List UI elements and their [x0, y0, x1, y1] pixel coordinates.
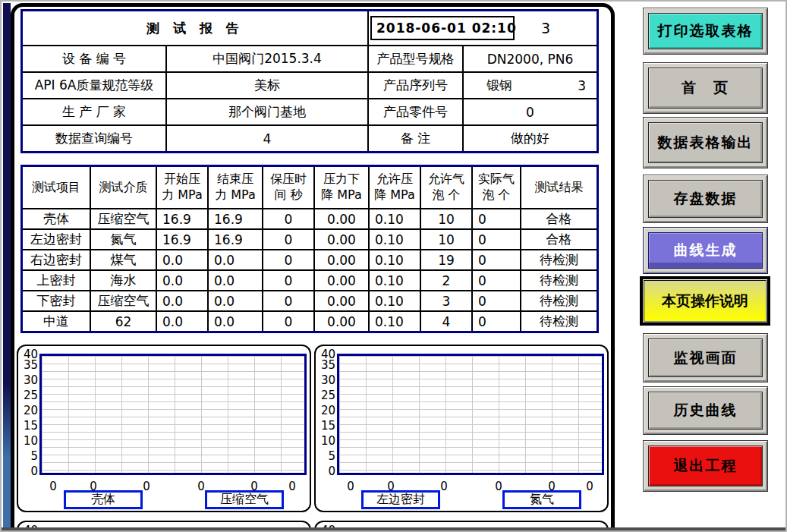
window-left-edge — [3, 3, 11, 532]
table-cell: 0.10 — [368, 310, 420, 331]
table-cell: 0.00 — [313, 310, 368, 331]
column-header: 测试介质 — [90, 167, 156, 208]
column-header: 测试结果 — [520, 167, 597, 208]
column-header: 结束压 力 MPa — [207, 167, 262, 208]
table-cell: 0.00 — [313, 208, 368, 228]
print-select-table-button[interactable]: 打印选取表格 — [643, 8, 768, 55]
field-value: DN2000, PN6 — [462, 45, 597, 71]
column-header: 允许压 降 MPa — [368, 167, 420, 208]
table-cell: 海水 — [90, 269, 156, 290]
column-header: 保压时 间 秒 — [262, 167, 313, 208]
save-data-button[interactable]: 存盘数据 — [643, 175, 768, 223]
field-value: 0 — [462, 98, 597, 124]
monitor-screen-button[interactable]: 监视画面 — [643, 333, 768, 382]
exit-project-button[interactable]: 退出工程 — [643, 440, 768, 492]
table-cell: 待检测 — [520, 310, 597, 331]
table-cell: 62 — [90, 310, 156, 331]
button-label: 存盘数据 — [648, 180, 763, 218]
y-axis-tick: 10 — [316, 436, 335, 447]
table-cell: 上密封 — [23, 269, 90, 290]
table-cell: 16.9 — [156, 228, 207, 249]
table-cell: 10 — [420, 208, 471, 228]
table-cell: 待检测 — [520, 290, 597, 310]
button-label: 历史曲线 — [648, 392, 763, 430]
y-axis-tick: 25 — [18, 390, 38, 401]
table-cell: 0 — [262, 290, 313, 310]
y-axis-tick: 35 — [316, 360, 335, 371]
field-value: 中国阀门2015.3.4 — [165, 45, 367, 71]
curve-generate-button[interactable]: 曲线生成 — [643, 227, 768, 274]
report-count: 3 — [515, 20, 597, 36]
y-axis-tick: 10 — [18, 436, 38, 447]
header-datetime-cell: 2018-06-01 02:10 3 — [367, 11, 597, 45]
y-axis-tick: 30 — [18, 375, 38, 386]
button-label: 数据表格输出 — [648, 122, 763, 163]
table-cell: 中道 — [23, 310, 90, 331]
table-cell: 0.0 — [156, 269, 207, 290]
field-value: 4 — [165, 124, 367, 151]
x-axis-tick: 0 — [46, 480, 60, 493]
table-cell: 3 — [420, 290, 471, 310]
button-label: 退出工程 — [648, 445, 763, 486]
column-header: 开始压 力 MPa — [156, 167, 207, 208]
table-cell: 16.9 — [156, 208, 207, 228]
page-help-button[interactable]: 本页操作说明 — [640, 276, 770, 326]
table-cell: 右边密封 — [23, 249, 90, 269]
table-cell: 0.0 — [156, 249, 207, 269]
table-cell: 煤气 — [90, 249, 156, 269]
plot-area — [39, 354, 307, 475]
field-value-extra: 3 — [578, 78, 586, 93]
history-curve-button[interactable]: 历史曲线 — [643, 386, 768, 435]
button-label: 本页操作说明 — [644, 281, 766, 321]
table-cell: 4 — [420, 310, 471, 331]
trend-chart-panel: 4035302520151050000000壳体压缩空气 — [17, 345, 311, 512]
report-header-table: 测 试 报 告 2018-06-01 02:10 3 设 备 编 号 中国阀门2… — [20, 9, 599, 153]
y-axis-tick: 5 — [18, 451, 38, 462]
y-axis-tick: 5 — [316, 451, 335, 462]
table-cell: 0 — [471, 310, 520, 331]
table-cell: 合格 — [520, 208, 597, 228]
y-axis-tick: 30 — [316, 375, 335, 386]
plot-area — [337, 354, 604, 475]
x-axis-tick: 0 — [583, 480, 597, 493]
y-axis-tick: 20 — [316, 405, 335, 417]
table-cell: 10 — [420, 228, 471, 249]
table-cell: 0.0 — [207, 310, 262, 331]
table-cell: 下密封 — [23, 290, 90, 310]
field-label: 设 备 编 号 — [23, 45, 165, 71]
table-cell: 0.10 — [368, 208, 420, 228]
column-header: 允许气 泡 个 — [420, 167, 471, 208]
table-cell: 待检测 — [520, 269, 597, 290]
column-header: 测试项目 — [23, 167, 90, 208]
button-label: 打印选取表格 — [648, 13, 763, 49]
table-cell: 0.00 — [313, 290, 368, 310]
data-table-output-button[interactable]: 数据表格输出 — [643, 117, 768, 168]
test-results-table: 测试项目测试介质开始压 力 MPa结束压 力 MPa保压时 间 秒压力下 降 M… — [20, 165, 599, 333]
table-cell: 左边密封 — [23, 228, 90, 249]
y-axis-tick: 0 — [316, 466, 335, 477]
table-cell: 0 — [262, 249, 313, 269]
legend-test-item: 左边密封 — [361, 490, 440, 509]
field-value-text: 锻钢 — [486, 77, 512, 94]
table-cell: 0 — [262, 310, 313, 331]
field-value: 做的好 — [462, 124, 597, 151]
table-cell: 合格 — [520, 228, 597, 249]
y-axis-tick: 0 — [18, 466, 38, 477]
page-title: 测 试 报 告 — [23, 11, 367, 45]
button-label: 曲线生成 — [648, 232, 763, 269]
table-cell: 压缩空气 — [90, 290, 156, 310]
window-bottom-edge — [2, 527, 785, 530]
y-axis-tick: 20 — [18, 405, 38, 417]
table-cell: 氮气 — [90, 228, 156, 249]
y-axis-tick: 35 — [18, 360, 38, 371]
home-button[interactable]: 首 页 — [643, 62, 768, 114]
field-label: 生 产 厂 家 — [23, 98, 165, 124]
table-cell: 0.10 — [368, 290, 420, 310]
table-cell: 0.10 — [368, 269, 420, 290]
table-cell: 0.00 — [313, 228, 368, 249]
legend-test-medium: 氮气 — [502, 490, 581, 509]
table-cell: 0.00 — [313, 269, 368, 290]
table-cell: 0 — [262, 269, 313, 290]
legend-test-medium: 压缩空气 — [205, 490, 284, 509]
table-cell: 0 — [262, 228, 313, 249]
